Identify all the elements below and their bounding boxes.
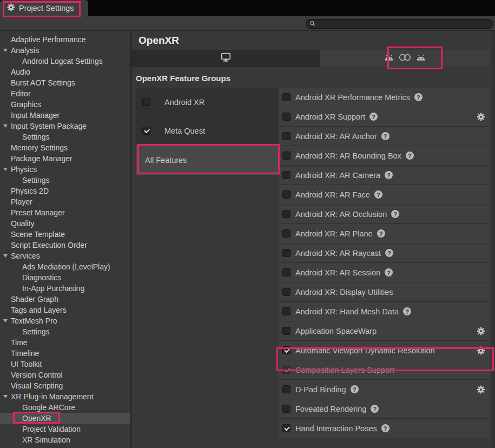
sidebar-item[interactable]: Google ARCore (0, 402, 130, 413)
foldout-arrow-icon[interactable] (3, 254, 8, 258)
foldout-arrow-icon[interactable] (3, 395, 8, 398)
sidebar-item[interactable]: Ads Mediation (LevelPlay) (0, 261, 130, 272)
feature-checkbox[interactable] (282, 346, 291, 354)
feature-checkbox[interactable] (282, 113, 291, 121)
sidebar-item[interactable]: XR Plug-in Management (0, 391, 130, 402)
feature-row[interactable]: Android XR: AR Anchor ? (279, 127, 490, 146)
feature-checkbox[interactable] (282, 327, 291, 335)
sidebar-item[interactable]: Diagnostics (0, 272, 130, 283)
sidebar-item[interactable]: Input System Package (0, 121, 130, 131)
feature-row[interactable]: Android XR: Display Utilities ? (279, 282, 490, 302)
sidebar-item[interactable]: Services (0, 251, 130, 261)
sidebar-item[interactable]: Shader Graph (0, 294, 130, 305)
help-icon[interactable]: ? (381, 132, 390, 140)
help-icon[interactable]: ? (385, 171, 393, 179)
tab-pc-standalone[interactable] (131, 50, 320, 67)
foldout-arrow-icon[interactable] (3, 124, 8, 128)
feature-checkbox[interactable] (282, 307, 291, 315)
feature-group-checkbox[interactable] (142, 127, 150, 135)
feature-row[interactable]: Android XR: Hand Mesh Data ? (279, 302, 490, 321)
feature-row[interactable]: Foveated Rendering ? (279, 399, 490, 419)
help-icon[interactable]: ? (371, 405, 379, 413)
feature-row[interactable]: Application SpaceWarp ? (279, 321, 490, 341)
tab-android[interactable] (320, 50, 490, 67)
sidebar-item[interactable]: Time (0, 337, 130, 348)
sidebar-item[interactable]: Audio (0, 67, 130, 77)
feature-checkbox[interactable] (282, 424, 291, 432)
feature-row[interactable]: Android XR Performance Metrics ? (279, 88, 490, 107)
help-icon[interactable]: ? (377, 229, 385, 238)
sidebar-item[interactable]: Editor (0, 88, 130, 99)
feature-row[interactable]: Android XR Support ? (279, 107, 490, 127)
feature-row[interactable]: D-Pad Binding ? (279, 380, 490, 399)
sidebar-item[interactable]: Player (0, 196, 130, 207)
feature-checkbox[interactable] (282, 249, 291, 257)
sidebar-item[interactable]: In-App Purchasing (0, 283, 130, 294)
feature-checkbox[interactable] (282, 171, 291, 179)
help-icon[interactable]: ? (351, 385, 359, 393)
sidebar-item[interactable]: Physics (0, 164, 130, 175)
sidebar-item[interactable]: Settings (0, 175, 130, 186)
project-settings-window-tab[interactable]: Project Settings (0, 0, 88, 16)
sidebar-item[interactable]: Graphics (0, 99, 130, 110)
feature-checkbox[interactable] (282, 210, 291, 218)
sidebar-item[interactable]: XR Simulation (0, 434, 130, 445)
help-icon[interactable]: ? (374, 190, 382, 199)
sidebar-item[interactable]: Script Execution Order (0, 240, 130, 251)
sidebar-item[interactable]: Adaptive Performance (0, 34, 130, 45)
sidebar-item[interactable]: Input Manager (0, 110, 130, 121)
sidebar-item[interactable]: Burst AOT Settings (0, 77, 130, 88)
vertical-scrollbar[interactable] (492, 31, 495, 448)
sidebar-item[interactable]: Project Validation (0, 424, 130, 434)
help-icon[interactable]: ? (391, 210, 399, 218)
feature-row[interactable]: Android XR: AR Face ? (279, 185, 490, 205)
feature-row[interactable]: Android XR: AR Raycast ? (279, 243, 490, 263)
sidebar-item[interactable]: Timeline (0, 348, 130, 359)
foldout-arrow-icon[interactable] (3, 168, 8, 171)
feature-row[interactable]: Android XR: AR Session ? (279, 263, 490, 282)
sidebar-item[interactable]: OpenXR (0, 413, 130, 424)
sidebar-item[interactable]: Preset Manager (0, 207, 130, 218)
sidebar-item[interactable]: Quality (0, 218, 130, 229)
feature-row[interactable]: Automatic Viewport Dynamic Resolution ? (279, 341, 490, 360)
sidebar-item[interactable]: TextMesh Pro (0, 315, 130, 326)
feature-group-row[interactable]: Android XR (136, 88, 279, 116)
feature-row[interactable]: Composition Layers Support ? (279, 360, 490, 380)
feature-checkbox[interactable] (282, 385, 291, 393)
all-features-item[interactable]: All Features (136, 145, 279, 175)
help-icon[interactable]: ? (406, 151, 414, 160)
help-icon[interactable]: ? (385, 268, 393, 276)
feature-checkbox[interactable] (282, 190, 291, 199)
help-icon[interactable]: ? (414, 93, 423, 101)
feature-checkbox[interactable] (282, 405, 291, 413)
feature-checkbox[interactable] (282, 151, 291, 160)
feature-settings-gear-icon[interactable] (477, 385, 485, 394)
feature-row[interactable]: Android XR: AR Occlusion ? (279, 205, 490, 224)
sidebar-item[interactable]: Scene Template (0, 229, 130, 240)
sidebar-item[interactable]: UI Toolkit (0, 359, 130, 370)
search-input[interactable] (315, 21, 478, 27)
feature-settings-gear-icon[interactable] (477, 113, 485, 121)
sidebar-item[interactable]: Settings (0, 326, 130, 337)
sidebar-item[interactable]: Version Control (0, 370, 130, 380)
sidebar-item[interactable]: Physics 2D (0, 186, 130, 196)
feature-checkbox[interactable] (282, 93, 291, 101)
help-icon[interactable]: ? (381, 424, 390, 432)
help-icon[interactable]: ? (403, 307, 411, 315)
feature-settings-gear-icon[interactable] (477, 346, 485, 355)
feature-checkbox[interactable] (282, 366, 291, 374)
feature-settings-gear-icon[interactable] (477, 327, 485, 335)
feature-row[interactable]: Android XR: AR Plane ? (279, 224, 490, 243)
feature-checkbox[interactable] (282, 288, 291, 296)
feature-checkbox[interactable] (282, 268, 291, 276)
sidebar-item[interactable]: Analysis (0, 45, 130, 56)
feature-checkbox[interactable] (282, 132, 291, 140)
sidebar-item[interactable]: Tags and Layers (0, 305, 130, 315)
foldout-arrow-icon[interactable] (3, 49, 8, 52)
feature-row[interactable]: Android XR: AR Bounding Box ? (279, 146, 490, 166)
feature-group-checkbox[interactable] (142, 98, 150, 106)
help-icon[interactable]: ? (369, 113, 378, 121)
help-icon[interactable]: ? (385, 249, 393, 257)
sidebar-item[interactable]: Memory Settings (0, 142, 130, 153)
sidebar-item[interactable]: Package Manager (0, 153, 130, 164)
